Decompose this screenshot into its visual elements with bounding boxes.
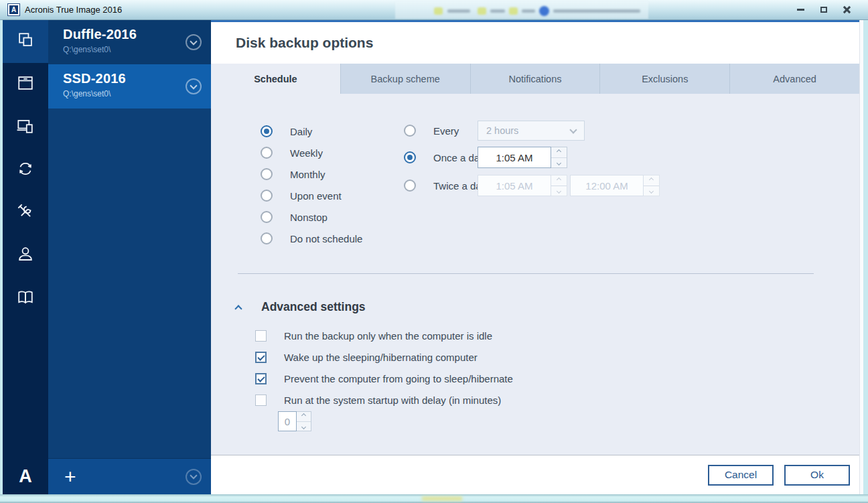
- stepper-up-button[interactable]: [551, 147, 567, 157]
- chevron-down-icon: [557, 161, 561, 165]
- nav-rail: A: [3, 20, 48, 494]
- background-blur-text: [447, 9, 470, 13]
- tab-advanced[interactable]: Advanced: [730, 64, 859, 94]
- chevron-up-icon: [557, 149, 561, 154]
- stepper-up-button[interactable]: [297, 412, 311, 421]
- stepper-up-button[interactable]: [644, 175, 659, 186]
- radio-every[interactable]: [404, 125, 416, 137]
- twice-a-day-time1-stepper: [551, 175, 567, 196]
- dialog-header: Disk backup options: [211, 22, 859, 64]
- tab-schedule[interactable]: Schedule: [211, 64, 341, 94]
- stepper-down-button[interactable]: [551, 157, 567, 168]
- checkbox-wake[interactable]: [255, 352, 267, 363]
- checkbox-prevent-sleep[interactable]: [255, 373, 267, 384]
- maximize-button[interactable]: [816, 5, 831, 14]
- radio-row-twice-a-day[interactable]: Twice a day: [404, 179, 486, 192]
- radio-row-monthly[interactable]: Monthly: [261, 168, 326, 180]
- tab-notifications[interactable]: Notifications: [471, 64, 601, 94]
- nav-item-backup[interactable]: [3, 20, 48, 63]
- scrollbar-track[interactable]: [859, 20, 863, 494]
- backup-item-expand-button[interactable]: [186, 34, 202, 50]
- chevron-down-icon: [569, 126, 577, 133]
- twice-a-day-time1-input[interactable]: [478, 175, 551, 196]
- stepper-down-button[interactable]: [297, 421, 311, 431]
- checkbox-row-wake[interactable]: Wake up the sleeping/hibernating compute…: [255, 352, 478, 363]
- radio-twice-a-day[interactable]: [404, 179, 416, 192]
- background-blur-text: [522, 9, 535, 13]
- window-bottom-frame: [0, 494, 868, 503]
- radio-label: Weekly: [290, 147, 323, 159]
- chevron-down-icon: [649, 189, 654, 194]
- tab-backup-scheme[interactable]: Backup scheme: [341, 64, 471, 94]
- radio-row-nonstop[interactable]: Nonstop: [261, 211, 328, 223]
- checkbox-row-startup-delay[interactable]: Run at the system startup with delay (in…: [255, 394, 501, 406]
- checkbox-startup-delay[interactable]: [255, 394, 267, 406]
- nav-item-archive[interactable]: [3, 63, 48, 106]
- checkbox-label: Prevent the computer from going to sleep…: [284, 373, 513, 384]
- minimize-button[interactable]: [793, 5, 808, 14]
- twice-a-day-time1-group: [478, 175, 567, 196]
- tab-exclusions[interactable]: Exclusions: [600, 64, 730, 94]
- radio-row-every[interactable]: Every: [404, 125, 459, 137]
- tools-icon: [15, 201, 36, 225]
- nav-item-sync[interactable]: [3, 149, 48, 192]
- radio-row-weekly[interactable]: Weekly: [261, 147, 323, 159]
- backup-item-ssd[interactable]: SSD-2016 Q:\gens\set0\: [48, 64, 211, 109]
- radio-monthly[interactable]: [261, 168, 273, 180]
- nav-item-devices[interactable]: [3, 106, 48, 149]
- checkbox-label: Run the backup only when the computer is…: [284, 330, 492, 342]
- add-backup-button[interactable]: +: [48, 458, 211, 494]
- chevron-down-icon: [190, 472, 197, 479]
- app-window: A Acronis True Image 2016: [0, 0, 868, 503]
- advanced-settings-toggle[interactable]: Advanced settings: [236, 300, 366, 314]
- nav-item-help[interactable]: [3, 277, 48, 320]
- radio-upon-event[interactable]: [261, 190, 273, 202]
- radio-once-a-day[interactable]: [404, 151, 416, 163]
- checkbox-idle[interactable]: [255, 330, 267, 342]
- advanced-settings-title: Advanced settings: [261, 300, 366, 314]
- radio-row-upon-event[interactable]: Upon event: [261, 190, 342, 202]
- backup-item-duffle[interactable]: Duffle-2016 Q:\gens\set0\: [48, 20, 211, 64]
- chevron-down-icon: [557, 189, 561, 194]
- backup-item-path: Q:\gens\set0\: [63, 45, 202, 54]
- plus-icon: +: [64, 468, 76, 486]
- stepper-up-button[interactable]: [551, 175, 567, 186]
- chevron-up-icon: [301, 413, 306, 418]
- checkbox-row-prevent-sleep[interactable]: Prevent the computer from going to sleep…: [255, 373, 513, 384]
- nav-item-tools[interactable]: [3, 192, 48, 234]
- radio-label: Nonstop: [290, 212, 328, 223]
- main-pane: Disk backup options Schedule Backup sche…: [211, 20, 859, 494]
- backup-item-title: Duffle-2016: [63, 27, 202, 42]
- radio-row-do-not-schedule[interactable]: Do not schedule: [261, 232, 362, 244]
- chevron-down-icon: [190, 82, 197, 89]
- background-blur-blob: [478, 7, 486, 15]
- cancel-button[interactable]: Cancel: [708, 465, 774, 486]
- background-blur-blob: [509, 7, 518, 15]
- radio-do-not-schedule[interactable]: [261, 232, 273, 244]
- radio-daily[interactable]: [261, 125, 273, 137]
- add-backup-expand-button[interactable]: [186, 469, 202, 485]
- radio-label: Upon event: [290, 190, 342, 202]
- radio-row-once-a-day[interactable]: Once a day: [404, 151, 485, 163]
- radio-nonstop[interactable]: [261, 211, 273, 223]
- chevron-up-icon: [649, 177, 654, 182]
- delay-minutes-group: [278, 411, 311, 431]
- once-a-day-time-input[interactable]: [478, 147, 551, 168]
- chevron-up-icon: [557, 177, 561, 182]
- nav-item-account[interactable]: [3, 234, 48, 277]
- twice-a-day-time2-input[interactable]: [570, 175, 644, 196]
- chevron-down-icon: [301, 425, 306, 429]
- radio-weekly[interactable]: [261, 147, 273, 159]
- window-title: Acronis True Image 2016: [25, 5, 122, 15]
- background-blur-blob: [539, 6, 549, 16]
- archive-box-icon: [15, 72, 36, 96]
- close-button[interactable]: [839, 5, 854, 14]
- stepper-down-button[interactable]: [551, 186, 567, 196]
- ok-button[interactable]: Ok: [784, 465, 850, 486]
- checkbox-row-idle[interactable]: Run the backup only when the computer is…: [255, 330, 492, 342]
- interval-select[interactable]: 2 hours: [478, 121, 585, 141]
- backup-item-expand-button[interactable]: [186, 78, 202, 94]
- stepper-down-button[interactable]: [644, 186, 659, 196]
- radio-row-daily[interactable]: Daily: [261, 125, 312, 137]
- delay-minutes-input[interactable]: [278, 411, 297, 431]
